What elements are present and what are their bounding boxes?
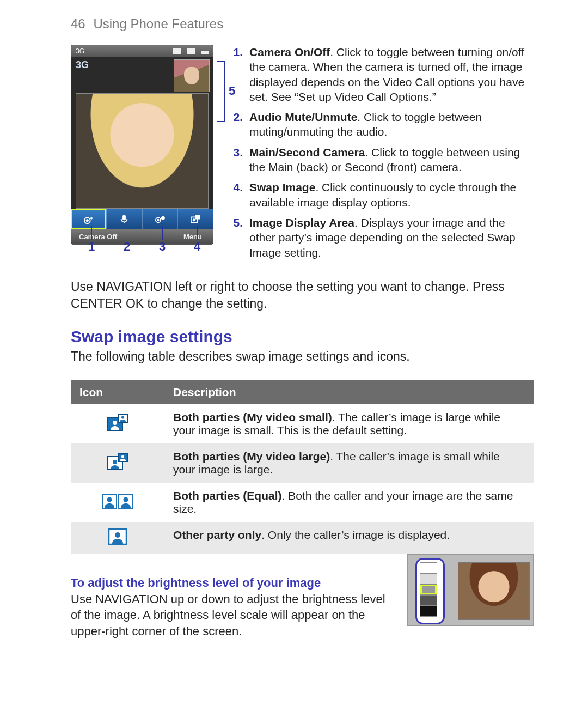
table-header-description: Description	[164, 380, 534, 404]
svg-point-20	[124, 497, 128, 502]
list-item: 4.Swap Image. Click continuously to cycl…	[230, 180, 534, 210]
svg-point-5	[161, 216, 164, 220]
signal-icon	[201, 48, 209, 54]
camera-off-toggle[interactable]	[71, 209, 107, 229]
callout-2: 2	[124, 240, 130, 254]
svg-point-12	[121, 416, 124, 418]
svg-point-8	[193, 219, 195, 221]
page-header: 46 Using Phone Features	[71, 16, 534, 32]
camera-switch-icon	[154, 214, 166, 224]
battery-icon	[187, 48, 195, 54]
page-number: 46	[71, 16, 85, 31]
svg-point-18	[107, 497, 112, 502]
svg-point-14	[113, 460, 117, 464]
svg-point-16	[121, 455, 124, 458]
both-equal-icon	[102, 494, 133, 509]
swap-image-settings-table: Icon Description Both parties (My video …	[71, 380, 534, 554]
svg-point-1	[86, 219, 89, 222]
table-row: Both parties (My video large). The calle…	[71, 443, 534, 483]
section-heading: Swap image settings	[71, 327, 534, 346]
brightness-subheading: To adjust the brightness level of your i…	[71, 575, 391, 591]
phone-status-bar: 3G	[71, 45, 213, 57]
callout-bracket-5	[217, 61, 225, 122]
phone-screenshot: 3G 3G	[71, 45, 213, 245]
list-item: 1.Camera On/Off. Click to toggle between…	[230, 45, 534, 104]
svg-point-22	[115, 532, 120, 538]
softkey-right[interactable]: Menu	[140, 229, 213, 244]
video-call-3g-label: 3G	[76, 59, 89, 71]
callout-4: 4	[194, 240, 200, 254]
brightness-scale	[420, 562, 437, 617]
camera-off-icon	[83, 214, 95, 224]
list-item: 5.Image Display Area. Displays your imag…	[230, 215, 534, 260]
pip-other-party-image	[174, 59, 210, 92]
swap-image-icon	[189, 214, 201, 224]
callout-5: 5	[229, 84, 235, 98]
navigation-instructions: Use NAVIGATION left or right to choose t…	[71, 278, 534, 312]
brightness-example-image	[407, 554, 534, 626]
callout-1: 1	[88, 240, 95, 254]
call-status-icon	[173, 48, 181, 54]
status-3g-icon: 3G	[76, 47, 84, 55]
main-video-image	[76, 93, 209, 209]
brightness-instructions: Use NAVIGATION up or down to adjust the …	[71, 591, 391, 640]
audio-mute-toggle[interactable]	[107, 209, 142, 229]
table-row: Both parties (Equal). Both the caller an…	[71, 483, 534, 522]
table-row: Other party only. Only the caller’s imag…	[71, 522, 534, 554]
svg-point-10	[113, 421, 117, 425]
swap-image-button[interactable]	[178, 209, 213, 229]
table-row: Both parties (My video small). The calle…	[71, 404, 534, 443]
both-large-icon	[107, 453, 128, 471]
other-only-icon	[108, 528, 127, 545]
both-small-icon	[107, 414, 128, 432]
video-call-toolbar	[71, 209, 213, 229]
microphone-icon	[118, 214, 130, 224]
callout-description-list: 1.Camera On/Off. Click to toggle between…	[230, 45, 534, 265]
svg-rect-2	[123, 215, 126, 220]
table-header-icon: Icon	[71, 380, 164, 404]
section-intro: The following table describes swap image…	[71, 348, 534, 365]
callout-3: 3	[159, 240, 166, 254]
main-second-camera-toggle[interactable]	[143, 209, 178, 229]
svg-rect-7	[195, 215, 200, 219]
page-title: Using Phone Features	[93, 16, 223, 31]
brightness-example-face	[458, 562, 530, 620]
svg-point-4	[157, 219, 159, 221]
list-item: 2.Audio Mute/Unmute. Click to toggle bet…	[230, 110, 534, 139]
list-item: 3.Main/Second Camera. Click to toggle be…	[230, 145, 534, 175]
